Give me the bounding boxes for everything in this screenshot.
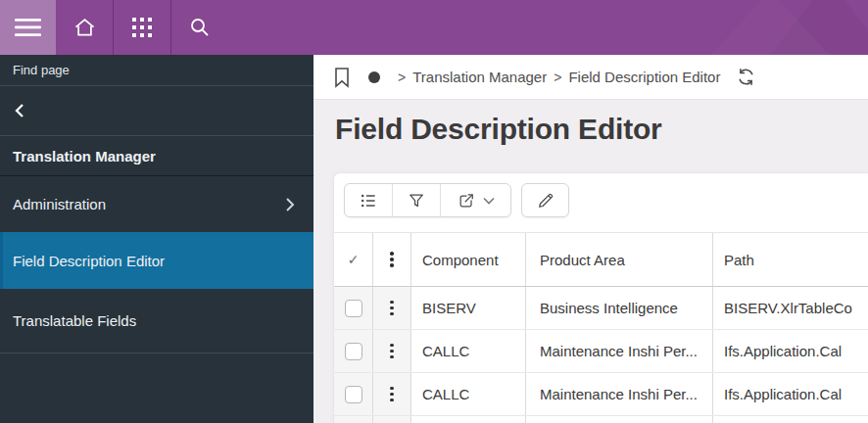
record-status-dot[interactable] [368,71,380,83]
cell-product-area: Maintenance Inshi Per... [526,330,713,372]
sidebar-item-label: Translatable Fields [13,312,136,329]
refresh-icon [736,67,756,87]
cell-component: CALLC [411,373,526,415]
row-checkbox[interactable] [345,386,362,403]
cell-path: Ifs.Application.Cal [713,330,868,372]
column-header-product-area[interactable]: Product Area [526,233,713,286]
column-header-path[interactable]: Path [713,233,868,286]
export-icon [457,191,476,211]
table-row[interactable]: CALLC Maintenance Inshi Per... Ifs.Appli… [334,373,868,416]
chevron-right-icon [285,197,295,212]
find-page-input[interactable]: Find page [0,55,313,86]
row-menu-header[interactable] [373,233,411,286]
content-panel: ✓ Component Product Area Path BISERV Bus… [333,172,868,423]
toolbar [334,173,868,232]
row-checkbox[interactable] [345,300,362,317]
search-button[interactable] [171,0,228,55]
menu-button[interactable] [0,0,56,55]
bookmark-icon[interactable] [333,67,351,88]
table-header-row: ✓ Component Product Area Path [334,232,868,287]
breadcrumb-separator: > [398,70,406,85]
chevron-left-icon [14,103,25,118]
search-icon [188,16,212,39]
row-select-cell [334,373,373,415]
column-header-component[interactable]: Component [411,233,526,286]
export-button[interactable] [441,184,510,216]
row-checkbox[interactable] [345,343,362,360]
cell-path: Ifs.Application.Cal [713,373,868,415]
breadcrumb-bar: > Translation Manager > Field Descriptio… [313,55,868,100]
toolbar-button-group [344,183,511,217]
kebab-icon[interactable] [386,340,398,363]
sidebar-item-field-description-editor[interactable]: Field Description Editor [0,232,313,289]
app-grid-button[interactable] [114,0,170,55]
filter-icon [407,191,426,211]
hamburger-icon [15,18,41,37]
table-row-partial [334,416,868,423]
sidebar-item-label: Field Description Editor [13,253,165,269]
sidebar: Find page Translation Manager Administra… [0,55,313,423]
cell-component: BISERV [411,287,526,329]
row-menu-cell [373,287,411,329]
app-grid-icon [131,17,153,38]
table-row[interactable]: CALLC Maintenance Inshi Per... Ifs.Appli… [334,330,868,373]
sidebar-back-button[interactable] [0,86,313,136]
list-view-button[interactable] [345,184,393,216]
list-view-icon [359,191,378,211]
data-table: ✓ Component Product Area Path BISERV Bus… [334,232,868,423]
row-select-cell [334,287,373,329]
row-select-cell [334,330,373,372]
topbar-watermark [652,0,868,55]
topbar [0,0,868,55]
breadcrumb-item[interactable]: Translation Manager [412,69,547,85]
sidebar-item-translatable-fields[interactable]: Translatable Fields [0,289,313,353]
kebab-icon[interactable] [386,297,398,320]
home-icon [72,16,97,39]
row-menu-cell [373,330,411,372]
filter-button[interactable] [393,184,441,216]
cell-component: CALLC [411,330,526,372]
sidebar-group-title: Translation Manager [0,136,313,175]
cell-path: BISERV.XlrTableCo [713,287,868,329]
cell-product-area: Maintenance Inshi Per... [526,373,713,415]
row-menu-cell [373,373,411,415]
kebab-icon[interactable] [386,383,398,406]
table-row[interactable]: BISERV Business Intelligence BISERV.XlrT… [334,287,868,330]
refresh-button[interactable] [736,67,756,87]
find-page-label: Find page [13,63,70,77]
home-button[interactable] [56,0,113,55]
select-all-header[interactable]: ✓ [334,233,373,286]
kebab-icon [386,248,398,271]
sidebar-item-administration[interactable]: Administration [0,175,313,232]
main-content: > Translation Manager > Field Descriptio… [313,55,868,423]
page-title: Field Description Editor [335,113,868,146]
sidebar-item-label: Administration [13,196,106,212]
edit-button[interactable] [521,183,569,217]
breadcrumb-separator: > [554,70,561,85]
breadcrumb-item-current: Field Description Editor [568,69,720,85]
pencil-icon [536,191,555,211]
cell-product-area: Business Intelligence [526,287,713,329]
chevron-down-icon [483,197,495,205]
